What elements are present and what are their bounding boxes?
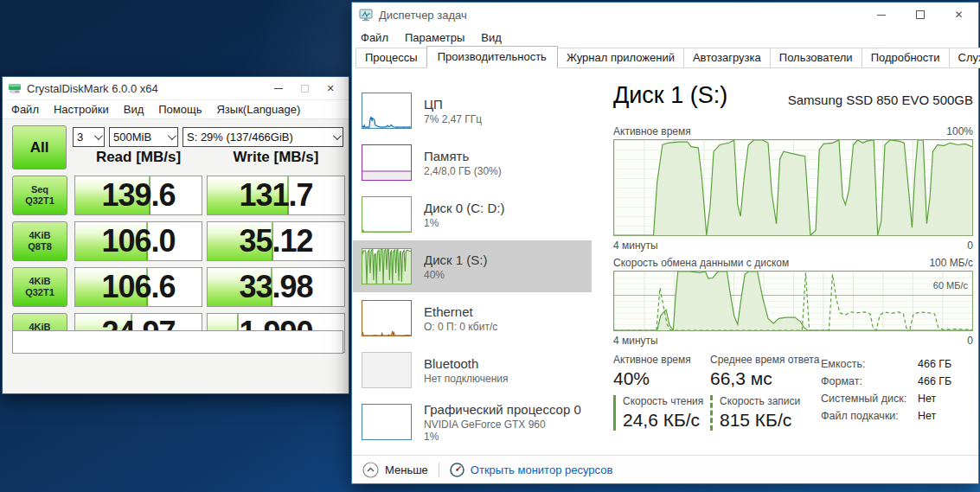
page-file-row: Файл подкачки:Нет: [821, 407, 951, 425]
4kib-q8t8-button[interactable]: 4KiBQ8T8: [12, 221, 67, 261]
memory-thumbnail-chart: [362, 144, 412, 181]
tab-processes[interactable]: Процессы: [355, 48, 427, 68]
chart2-x-left: 4 минуты: [613, 335, 658, 347]
chart1-x-right: 0: [967, 240, 973, 252]
tm-tab-bar: Процессы Производительность Журнал прило…: [352, 48, 978, 68]
tab-startup[interactable]: Автозагрузка: [684, 48, 771, 68]
tm-minimize-button[interactable]: [862, 3, 900, 27]
panel-title: Диск 1 (S:): [613, 82, 727, 109]
read-result-cell: 106.6: [74, 267, 202, 307]
tm-titlebar[interactable]: Диспетчер задач ✕: [352, 3, 978, 27]
tm-menu-file[interactable]: Файл: [361, 31, 388, 44]
tab-details[interactable]: Подробности: [862, 48, 950, 68]
disk1-detail-panel: Диск 1 (S:) Samsung SSD 850 EVO 500GB Ак…: [603, 80, 977, 450]
tm-footer: Меньше Открыть монитор ресурсов: [352, 455, 978, 483]
collapse-circle-icon[interactable]: [362, 462, 379, 478]
disk1-thumbnail-chart: [362, 248, 412, 284]
desktop-background: CrystalDiskMark 6.0.0 x64 ✕ Файл Настрой…: [0, 0, 980, 492]
task-manager-window: Диспетчер задач ✕ Файл Параметры Вид Про…: [351, 2, 979, 484]
gpu-thumbnail: [362, 404, 412, 440]
task-manager-app-icon: [359, 9, 373, 22]
active-time-chart-label: Активное время: [613, 125, 691, 137]
all-test-button[interactable]: All: [12, 125, 67, 169]
write-speed-stat: Скорость записи 815 КБ/с: [710, 395, 800, 431]
sidebar-item-disk1[interactable]: Диск 1 (S:)40%: [353, 240, 592, 292]
disk-model-label: Samsung SSD 850 EVO 500GB: [788, 93, 973, 107]
write-result-cell: 35.12: [207, 221, 345, 261]
4kib-q32t1-button[interactable]: 4KiBQ32T1: [12, 267, 67, 307]
sidebar-item-gpu[interactable]: Графический процессор 0 NVIDIA GeForce G…: [353, 396, 592, 448]
target-drive-select[interactable]: S: 29% (137/466GiB): [183, 127, 343, 147]
cdm-close-button[interactable]: ✕: [317, 80, 343, 98]
sidebar-item-cpu[interactable]: ЦП7% 2,47 ГГц: [353, 85, 592, 137]
benchmark-row-4kib-q8t8: 4KiBQ8T8 106.0 35.12: [3, 221, 349, 261]
cdm-minimize-button[interactable]: [266, 80, 291, 98]
cdm-menubar: Файл Настройки Вид Помощь Язык(Language): [3, 100, 349, 119]
tm-close-button[interactable]: ✕: [939, 3, 978, 27]
resource-monitor-icon[interactable]: [450, 463, 464, 477]
cdm-menu-language[interactable]: Язык(Language): [216, 103, 300, 116]
tab-users[interactable]: Пользователи: [771, 48, 862, 68]
disk0-thumbnail-chart: [362, 196, 412, 233]
disk-properties: Емкость:466 ГБ Формат:466 ГБ Системный д…: [821, 355, 951, 425]
cdm-window-title: CrystalDiskMark 6.0.0 x64: [27, 82, 266, 95]
crystaldiskmark-window: CrystalDiskMark 6.0.0 x64 ✕ Файл Настрой…: [2, 76, 349, 394]
ethernet-thumbnail-chart: [362, 300, 412, 336]
write-result-cell: 131.7: [207, 176, 345, 215]
format-row: Формат:466 ГБ: [821, 373, 951, 390]
chart1-x-left: 4 минуты: [613, 240, 658, 252]
tm-window-title: Диспетчер задач: [379, 9, 862, 22]
open-resource-monitor-link[interactable]: Открыть монитор ресурсов: [471, 463, 612, 476]
read-result-cell: 106.0: [74, 221, 202, 261]
comment-input[interactable]: [12, 330, 343, 354]
read-result-cell: 139.6: [74, 176, 202, 215]
sidebar-item-disk0[interactable]: Диск 0 (C: D:)1%: [353, 188, 592, 240]
seq-q32t1-button[interactable]: SeqQ32T1: [12, 176, 67, 215]
chevron-down-icon: [168, 131, 176, 140]
chevron-down-icon: [94, 131, 103, 140]
chart2-x-right: 0: [967, 335, 973, 347]
tm-menu-view[interactable]: Вид: [481, 31, 502, 44]
sidebar-item-ethernet[interactable]: EthernetО: 0 П: 0 кбит/с: [353, 292, 592, 344]
write-result-cell: 33.98: [207, 267, 345, 307]
transfer-rate-chart: 60 МБ/с: [613, 271, 973, 331]
sidebar-item-bluetooth[interactable]: BluetoothНет подключения: [353, 344, 592, 396]
cdm-menu-view[interactable]: Вид: [124, 103, 144, 116]
benchmark-row-seq-q32t1: SeqQ32T1 139.6 131.7: [3, 176, 349, 215]
active-time-stat: Активное время 40%: [613, 354, 691, 389]
tm-menubar: Файл Параметры Вид: [352, 27, 978, 48]
chevron-down-icon: [333, 131, 342, 140]
tm-menu-options[interactable]: Параметры: [405, 31, 464, 44]
sidebar-item-memory[interactable]: Память2,4/8,0 ГБ (30%): [353, 137, 592, 188]
transfer-chart-label: Скорость обмена данными с диском: [613, 257, 789, 269]
transfer-max-label: 100 МБ/с: [929, 257, 973, 269]
tm-maximize-button[interactable]: [900, 3, 939, 27]
performance-sidebar: ЦП7% 2,47 ГГц Память2,4/8,0 ГБ (30%) Дис…: [353, 85, 592, 448]
read-speed-stat: Скорость чтения 24,6 КБ/с: [613, 395, 703, 431]
read-column-header: Read [MB/s]: [74, 149, 202, 166]
test-count-select[interactable]: 3: [73, 127, 105, 147]
cdm-menu-settings[interactable]: Настройки: [54, 103, 109, 116]
cdm-maximize-button[interactable]: [291, 80, 317, 98]
test-size-select[interactable]: 500MiB: [109, 127, 178, 147]
avg-response-stat: Среднее время ответа 66,3 мс: [710, 354, 819, 389]
cdm-menu-file[interactable]: Файл: [11, 103, 39, 116]
active-time-chart: [613, 139, 973, 236]
cdm-body: All 3 500MiB S: 29% (137/466GiB) Read [M…: [3, 119, 349, 393]
system-disk-row: Системный диск:Нет: [821, 390, 951, 407]
capacity-row: Емкость:466 ГБ: [821, 355, 951, 373]
benchmark-row-4kib-q32t1: 4KiBQ32T1 106.6 33.98: [3, 267, 349, 307]
crystaldiskmark-app-icon: [8, 82, 22, 94]
tab-performance[interactable]: Производительность: [426, 46, 558, 68]
write-column-header: Write [MB/s]: [207, 149, 345, 166]
cdm-menu-help[interactable]: Помощь: [158, 103, 202, 116]
cdm-titlebar[interactable]: CrystalDiskMark 6.0.0 x64 ✕: [3, 77, 349, 100]
footer-divider: [439, 463, 439, 477]
less-details-button[interactable]: Меньше: [385, 463, 428, 476]
cpu-thumbnail-chart: [362, 93, 412, 129]
bluetooth-thumbnail: [362, 352, 412, 388]
tab-services[interactable]: Службы: [950, 48, 980, 68]
tab-app-history[interactable]: Журнал приложений: [558, 48, 684, 68]
active-time-max-label: 100%: [946, 125, 973, 137]
